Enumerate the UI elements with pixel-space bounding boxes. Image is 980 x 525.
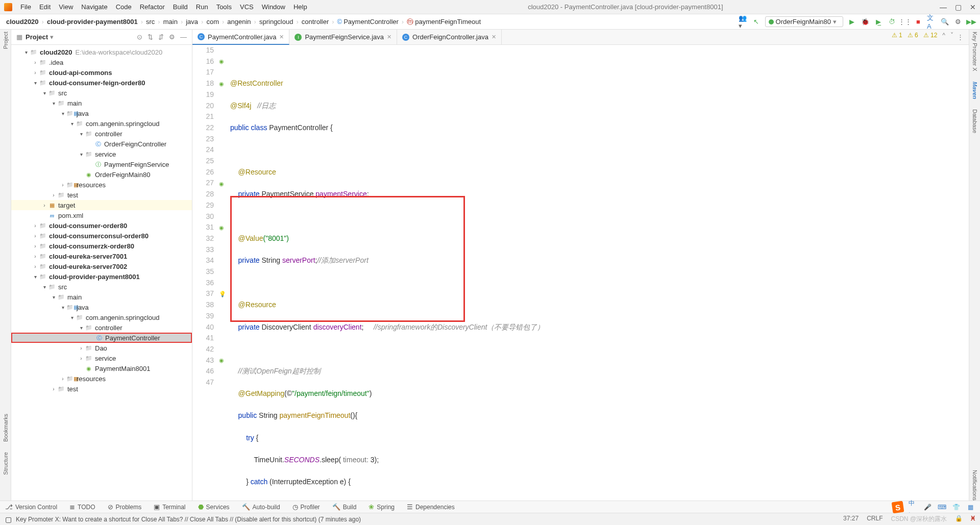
tree-src2[interactable]: ▾src <box>11 282 192 292</box>
tree-main2[interactable]: ▾main <box>11 292 192 302</box>
tree-target1[interactable]: ›▦target <box>11 200 192 210</box>
maximize-icon[interactable]: ▢ <box>955 3 962 11</box>
breadcrumb-angenin[interactable]: angenin <box>225 18 253 26</box>
menu-run[interactable]: Run <box>192 3 212 11</box>
tree-consumerconsul-order80[interactable]: ›cloud-consumerconsul-order80 <box>11 231 192 241</box>
status-line-separator[interactable]: CRLF <box>867 515 883 523</box>
close-tab-icon[interactable]: ✕ <box>279 34 284 40</box>
tabs-more-icon[interactable]: ⋮ <box>952 30 969 44</box>
tree-eureka7002[interactable]: ›cloud-eureka-server7002 <box>11 261 192 271</box>
tree-idea[interactable]: ›.idea <box>11 57 192 67</box>
minimize-icon[interactable]: — <box>940 3 947 11</box>
bottom-terminal[interactable]: ▣Terminal <box>154 503 185 511</box>
tree-eureka7001[interactable]: ›cloud-eureka-server7001 <box>11 251 192 261</box>
hide-panel-icon[interactable]: — <box>180 33 187 41</box>
menu-help[interactable]: Help <box>289 3 311 11</box>
bottom-problems[interactable]: ⊘Problems <box>108 503 142 511</box>
menu-edit[interactable]: Edit <box>35 3 55 11</box>
tree-java1[interactable]: ▾▦java <box>11 108 192 118</box>
spring-gutter-icon[interactable]: ◉ <box>219 355 224 366</box>
tree-dao[interactable]: ›Dao <box>11 343 192 353</box>
tree-test2[interactable]: ›test <box>11 384 192 394</box>
tree-payment-feign-service[interactable]: ⒾPaymentFeignService <box>11 159 192 169</box>
tree-api-commons[interactable]: ›cloud-api-commons <box>11 67 192 78</box>
tree-consumer-order80[interactable]: ›cloud-consumer-order80 <box>11 220 192 231</box>
ime-toolbox-icon[interactable]: ▦ <box>966 503 975 512</box>
search-icon[interactable]: 🔍 <box>940 17 949 27</box>
menu-refactor[interactable]: Refactor <box>136 3 169 11</box>
tree-payment-controller[interactable]: ⒸPaymentController <box>11 333 192 343</box>
tree-resources2[interactable]: ›▦resources <box>11 373 192 384</box>
breadcrumb-com[interactable]: com <box>204 18 221 26</box>
breadcrumb-root[interactable]: cloud2020 <box>4 18 41 26</box>
build-hammer-icon[interactable]: ↖ <box>752 17 761 27</box>
spring-gutter-icon[interactable]: ◉ <box>219 56 224 67</box>
bottom-version-control[interactable]: ⎇Version Control <box>5 503 57 511</box>
run-icon[interactable]: ▶ <box>847 17 856 27</box>
tree-java2[interactable]: ▾▦java <box>11 302 192 312</box>
stop-icon[interactable]: ■ <box>914 17 923 27</box>
close-tab-icon[interactable]: ✕ <box>387 34 391 40</box>
tree-controller1[interactable]: ▾controller <box>11 129 192 139</box>
tree-test1[interactable]: ›test <box>11 190 192 200</box>
right-tab-notifications[interactable]: Notifications <box>972 470 978 501</box>
right-tab-database[interactable]: Database <box>972 109 978 133</box>
tree-pkg1[interactable]: ▾com.angenin.springcloud <box>11 118 192 129</box>
tree-main1[interactable]: ▾main <box>11 98 192 108</box>
tree-root[interactable]: ▾cloud2020E:\idea-workspace\cloud2020 <box>11 47 192 57</box>
ime-mic-icon[interactable]: 🎤 <box>923 503 932 512</box>
tree-pom1[interactable]: pom.xml <box>11 210 192 220</box>
line-number-gutter[interactable]: 1516171819202122232425262728293031323334… <box>192 45 218 501</box>
bottom-services[interactable]: ⬣Services <box>198 503 230 511</box>
project-tree[interactable]: ▾cloud2020E:\idea-workspace\cloud2020 ›.… <box>11 45 192 501</box>
tab-payment-controller[interactable]: CPaymentController.java✕ <box>192 30 289 45</box>
spring-gutter-icon[interactable]: ◉ <box>219 179 224 190</box>
menu-vcs[interactable]: VCS <box>236 3 258 11</box>
tree-service1[interactable]: ▾service <box>11 149 192 159</box>
menu-build[interactable]: Build <box>169 3 192 11</box>
ime-char-icon[interactable]: 中 , <box>909 503 918 512</box>
bottom-dependencies[interactable]: ☰Dependencies <box>407 503 455 511</box>
left-tab-bookmarks[interactable]: Bookmarks <box>3 414 9 442</box>
right-tab-key-promoter[interactable]: Key Promoter X <box>972 32 978 71</box>
tree-order-feign-controller[interactable]: ⒸOrderFeignController <box>11 139 192 149</box>
users-icon[interactable]: 👥▾ <box>739 17 748 27</box>
breadcrumb-main[interactable]: main <box>161 18 180 26</box>
breadcrumb-controller[interactable]: controller <box>300 18 331 26</box>
bottom-build[interactable]: 🔨Build <box>332 503 357 511</box>
close-icon[interactable]: ✕ <box>970 3 976 11</box>
left-tab-project[interactable]: Project <box>3 32 9 49</box>
menu-code[interactable]: Code <box>112 3 136 11</box>
bottom-todo[interactable]: ≣TODO <box>69 503 95 511</box>
breadcrumb-springcloud[interactable]: springcloud <box>257 18 296 26</box>
left-tab-structure[interactable]: Structure <box>3 452 9 475</box>
tree-consumerzk-order80[interactable]: ›cloud-consumerzk-order80 <box>11 241 192 251</box>
run-config-selector[interactable]: OrderFeignMain80 ▾ <box>765 16 843 27</box>
status-window-icon[interactable]: ▢ <box>5 515 12 523</box>
spring-gutter-icon[interactable]: ◉ <box>219 222 224 234</box>
profile-icon[interactable]: ⏱ <box>887 17 896 27</box>
ime-skin-icon[interactable]: 👕 <box>951 503 961 512</box>
tree-controller2[interactable]: ▾controller <box>11 322 192 333</box>
tree-src1[interactable]: ▾src <box>11 88 192 98</box>
breadcrumb-class[interactable]: PaymentController <box>335 18 401 26</box>
breadcrumb-method[interactable]: paymentFeignTimeout <box>405 17 483 27</box>
bottom-autobuild[interactable]: 🔨Auto-build <box>242 503 280 511</box>
tree-order-feign-main[interactable]: ◉OrderFeignMain80 <box>11 169 192 180</box>
expand-all-icon[interactable]: ⇅ <box>148 33 153 41</box>
panel-settings-icon[interactable]: ⚙ <box>169 33 175 41</box>
tree-payment-main8001[interactable]: ◉PaymentMain8001 <box>11 363 192 373</box>
coverage-icon[interactable]: ▶̲ <box>874 17 883 27</box>
bottom-spring[interactable]: ❀Spring <box>369 503 395 511</box>
tab-order-feign-controller[interactable]: COrderFeignController.java✕ <box>397 30 502 44</box>
source-code[interactable]: @RestController @Slf4j //日志 public class… <box>228 45 969 501</box>
close-tab-icon[interactable]: ✕ <box>492 34 496 40</box>
menu-file[interactable]: File <box>16 3 35 11</box>
tab-payment-feign-service[interactable]: IPaymentFeignService.java✕ <box>289 30 397 44</box>
debug-icon[interactable]: 🐞 <box>861 17 870 27</box>
breadcrumb-java[interactable]: java <box>184 18 200 26</box>
run-anything-icon[interactable]: ▶▶ <box>967 17 976 27</box>
status-caret-position[interactable]: 37:27 <box>843 515 859 523</box>
breadcrumb-module[interactable]: cloud-provider-payment8001 <box>45 18 140 26</box>
menu-window[interactable]: Window <box>258 3 289 11</box>
